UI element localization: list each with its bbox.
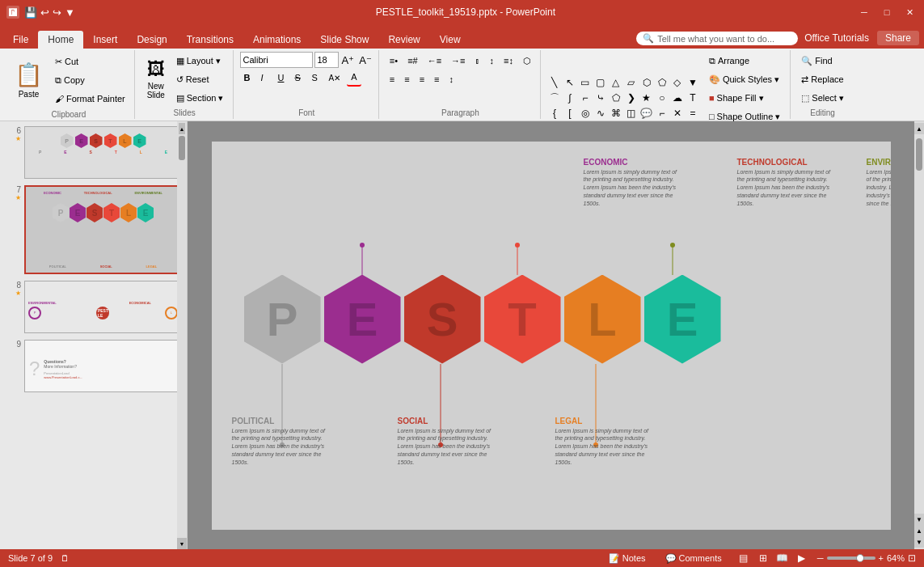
redo-icon[interactable]: ↪ — [53, 6, 61, 19]
slide-item-9[interactable]: 9 ? Questions? More Information? Present… — [3, 338, 184, 394]
tab-insert[interactable]: Insert — [83, 31, 127, 49]
copy-button[interactable]: ⧉ Copy — [51, 71, 129, 89]
comments-button[interactable]: 💬 Comments — [659, 552, 728, 565]
bullets-button[interactable]: ≡• — [386, 52, 402, 70]
tab-review[interactable]: Review — [378, 31, 429, 49]
paste-button[interactable]: 📋 Paste — [8, 52, 49, 108]
shape-rect[interactable]: ▭ — [578, 75, 593, 90]
scroll-down-button[interactable]: ▼ — [914, 514, 924, 525]
maximize-button[interactable]: □ — [879, 4, 895, 20]
shape-arrow[interactable]: ↖ — [563, 75, 577, 90]
align-left-button[interactable]: ≡ — [386, 70, 399, 88]
slide-panel-scrollbar[interactable]: ▲ ▼ — [177, 121, 187, 549]
slide-item-8[interactable]: 8 ★ ENVIRONMENTAL ECONOMICAL P PESTLE L — [3, 279, 184, 335]
reading-view-button[interactable]: 📖 — [774, 551, 791, 565]
office-tutorials-link[interactable]: Office Tutorials — [804, 32, 869, 44]
replace-button[interactable]: ⇄ Replace — [797, 70, 848, 88]
tab-animations[interactable]: Animations — [243, 31, 310, 49]
smartart-button[interactable]: ⬡ — [519, 52, 535, 70]
decrease-indent-button[interactable]: ←≡ — [424, 52, 445, 70]
shape-chevron[interactable]: ❯ — [624, 91, 639, 105]
shape-star[interactable]: ★ — [639, 91, 654, 105]
scroll-thumb[interactable] — [916, 138, 922, 171]
minimize-button[interactable]: ─ — [856, 4, 872, 20]
notes-button[interactable]: 📝 Notes — [602, 552, 652, 565]
tab-design[interactable]: Design — [127, 31, 176, 49]
shape-pentagon[interactable]: ⬠ — [609, 91, 623, 105]
tab-transitions[interactable]: Transitions — [177, 31, 243, 49]
scroll-small-down[interactable]: ▼ — [914, 536, 924, 548]
reset-button[interactable]: ↺ Reset — [172, 70, 228, 88]
align-center-button[interactable]: ≡ — [400, 70, 413, 88]
tab-slideshow[interactable]: Slide Show — [310, 31, 378, 49]
zoom-out-button[interactable]: ─ — [817, 553, 824, 563]
shape-text[interactable]: T — [686, 91, 700, 105]
shape-curve[interactable]: ∫ — [563, 91, 577, 105]
shadow-button[interactable]: S — [308, 69, 323, 87]
canvas-vertical-scrollbar[interactable]: ▲ ▼ ▲ ▼ — [914, 121, 924, 549]
zoom-level[interactable]: 64% — [887, 553, 905, 563]
slide-item-7[interactable]: 7 ★ ECONOMIC TECHNOLOGICAL ENVIRONMENTAL… — [3, 184, 184, 276]
bold-button[interactable]: B — [240, 69, 255, 87]
shape-wave[interactable]: ∿ — [593, 106, 608, 121]
font-name-input[interactable] — [240, 52, 313, 68]
zoom-slider[interactable] — [827, 556, 875, 560]
cut-button[interactable]: ✂ Cut — [51, 53, 129, 70]
shape-circle[interactable]: ○ — [655, 91, 669, 105]
section-button[interactable]: ▤ Section ▾ — [172, 89, 228, 107]
shape-hex[interactable]: ⬡ — [639, 75, 654, 90]
slideshow-button[interactable]: ▶ — [793, 551, 811, 565]
shape-line[interactable]: ╲ — [547, 75, 562, 90]
shape-triangle[interactable]: △ — [609, 75, 623, 90]
shape-diamond[interactable]: ◇ — [670, 75, 685, 90]
shape-conn[interactable]: ⤷ — [593, 91, 608, 105]
slide-item-6[interactable]: 6 ★ P E S T L E P E S — [3, 125, 184, 180]
close-button[interactable]: ✕ — [901, 4, 918, 20]
font-size-input[interactable] — [314, 52, 339, 68]
customize-icon[interactable]: ▼ — [65, 6, 75, 19]
shape-para[interactable]: ▱ — [624, 75, 639, 90]
select-button[interactable]: ⬚ Select ▾ — [797, 89, 848, 107]
justify-button[interactable]: ≡ — [430, 70, 443, 88]
increase-font-button[interactable]: A⁺ — [340, 53, 357, 67]
align-text-button[interactable]: ≡↕ — [500, 52, 517, 70]
shape-ring[interactable]: ◎ — [578, 106, 593, 121]
decrease-font-button[interactable]: A⁻ — [357, 53, 373, 67]
shape-block[interactable]: ◫ — [624, 106, 639, 121]
find-button[interactable]: 🔍 Find — [797, 52, 848, 70]
new-slide-button[interactable]: 🖼 NewSlide — [141, 55, 171, 104]
shape-snip[interactable]: ⌐ — [655, 106, 669, 121]
shape-x[interactable]: ✕ — [670, 106, 685, 121]
shape-brace[interactable]: { — [547, 106, 562, 121]
italic-button[interactable]: I — [257, 69, 272, 87]
tab-view[interactable]: View — [430, 31, 470, 49]
scroll-small-up[interactable]: ▲ — [914, 525, 924, 536]
font-color-button[interactable]: A — [347, 69, 361, 87]
shape-arc[interactable]: ⌒ — [547, 91, 562, 105]
search-box[interactable]: 🔍 Tell me what you want to do... — [636, 32, 798, 45]
normal-view-button[interactable]: ▤ — [735, 551, 753, 565]
zoom-in-button[interactable]: + — [879, 553, 884, 563]
slide-sorter-button[interactable]: ⊞ — [754, 551, 772, 565]
shape-oct[interactable]: ⬠ — [655, 75, 669, 90]
undo-icon[interactable]: ↩ — [40, 6, 49, 19]
quick-styles-button[interactable]: 🎨 Quick Styles ▾ — [705, 70, 785, 88]
save-icon[interactable]: 💾 — [24, 6, 37, 19]
tab-home[interactable]: Home — [38, 31, 83, 49]
format-painter-button[interactable]: 🖌 Format Painter — [51, 90, 129, 108]
strikethrough-button[interactable]: S — [291, 69, 306, 87]
line-spacing-button[interactable]: ↕ — [445, 70, 458, 88]
arrange-button[interactable]: ⧉ Arrange — [705, 52, 785, 70]
shape-cloud[interactable]: ☁ — [670, 91, 685, 105]
shape-more[interactable]: ▼ — [686, 75, 700, 90]
shape-ribbon[interactable]: ⌘ — [609, 106, 623, 121]
increase-indent-button[interactable]: →≡ — [447, 52, 469, 70]
slide-panel[interactable]: 6 ★ P E S T L E P E S — [0, 121, 188, 549]
canvas-area[interactable]: ECONOMIC Lorem Ipsum is simply dummy tex… — [188, 121, 914, 549]
underline-button[interactable]: U — [274, 69, 289, 87]
shape-eq[interactable]: = — [686, 106, 700, 121]
columns-button[interactable]: ⫾ — [471, 52, 484, 70]
fit-slide-button[interactable]: ⊡ — [908, 552, 916, 564]
scroll-up-button[interactable]: ▲ — [914, 123, 924, 134]
tab-file[interactable]: File — [3, 31, 38, 49]
